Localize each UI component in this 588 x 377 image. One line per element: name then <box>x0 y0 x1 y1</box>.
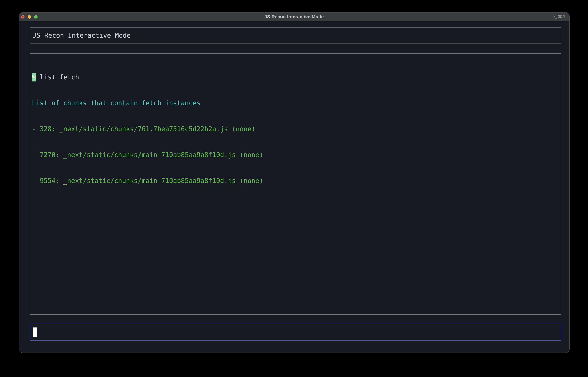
result-header: List of chunks that contain fetch instan… <box>32 99 559 107</box>
command-text: list fetch <box>40 73 79 81</box>
prompt-indicator: % <box>32 73 36 82</box>
close-button[interactable] <box>21 15 24 19</box>
traffic-lights <box>21 12 38 21</box>
result-line: - 9554: _next/static/chunks/main-710ab85… <box>32 177 559 185</box>
command-line: %list fetch <box>32 73 559 82</box>
minimize-button[interactable] <box>28 15 31 19</box>
command-input[interactable] <box>30 324 561 341</box>
output-panel[interactable]: %list fetch List of chunks that contain … <box>30 53 561 315</box>
window-title: JS Recon Interactive Mode <box>19 14 569 19</box>
tab-shortcut-hint: ⌥⌘1 <box>552 12 566 21</box>
header-title: JS Recon Interactive Mode <box>33 32 131 39</box>
result-line: - 7270: _next/static/chunks/main-710ab85… <box>32 151 559 159</box>
header-panel: JS Recon Interactive Mode <box>30 27 561 44</box>
close-dot-icon <box>22 16 24 18</box>
result-line: - 328: _next/static/chunks/761.7bea7516c… <box>32 125 559 133</box>
text-cursor <box>33 328 37 337</box>
app-window: JS Recon Interactive Mode ⌥⌘1 JS Recon I… <box>19 12 569 353</box>
zoom-button[interactable] <box>34 15 38 19</box>
titlebar[interactable]: JS Recon Interactive Mode ⌥⌘1 <box>19 12 569 21</box>
